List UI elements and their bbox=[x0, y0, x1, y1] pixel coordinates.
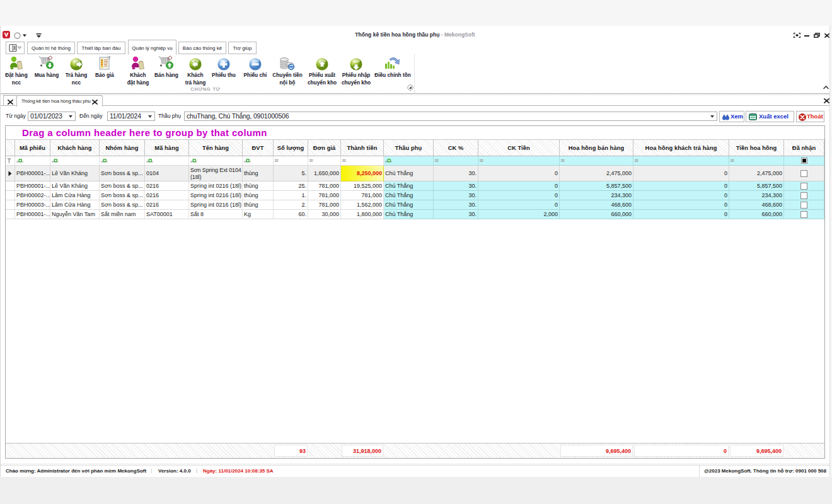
svg-text:c: c bbox=[22, 159, 23, 163]
svg-text:c: c bbox=[391, 159, 392, 163]
svg-text:a: a bbox=[52, 159, 54, 163]
svg-text:c: c bbox=[57, 159, 59, 163]
svg-text:a: a bbox=[190, 159, 193, 163]
svg-text:c: c bbox=[152, 159, 153, 163]
svg-text:a: a bbox=[244, 159, 246, 163]
svg-text:a: a bbox=[101, 159, 103, 163]
svg-text:a: a bbox=[385, 159, 388, 163]
svg-text:c: c bbox=[250, 159, 251, 163]
svg-text:c: c bbox=[107, 159, 108, 163]
svg-text:c: c bbox=[196, 159, 197, 163]
svg-text:a: a bbox=[16, 159, 19, 163]
svg-text:a: a bbox=[146, 159, 149, 163]
